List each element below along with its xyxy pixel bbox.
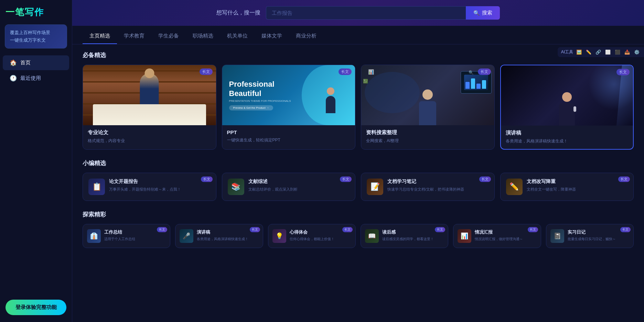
nav-tabs: 主页精选 学术教育 学生必备 职场精选 机关单位 媒体文学 商业分析 (72, 26, 644, 44)
reading-badge: 长文 (435, 227, 445, 232)
proposal-icon-emoji: 📋 (92, 182, 101, 191)
explore-card-speech[interactable]: 🎤 演讲稿 各类用途，风格演讲稿快速生成！ 长文 (175, 224, 263, 248)
open-book (93, 104, 206, 125)
proposal-icon: 📋 (88, 179, 105, 195)
tab-home-featured[interactable]: 主页精选 (83, 29, 117, 44)
small-card-literature[interactable]: 📚 文献综述 文献总结评价，观点深入剖析 长文 (222, 173, 356, 201)
explore-section-title: 探索精彩 (83, 211, 634, 218)
tab-workplace[interactable]: 职场精选 (186, 29, 220, 44)
ppt-card-body: PPT 一键快速生成，轻松搞定PPT (222, 125, 355, 148)
diary-icon-emoji: 📓 (554, 232, 561, 240)
sidebar-item-home[interactable]: 🏠 首页 (3, 55, 69, 70)
notes-icon: 📝 (367, 179, 383, 195)
tab-government[interactable]: 机关单位 (220, 29, 255, 44)
research-badge: 长文 (478, 68, 491, 75)
notes-desc: 快速学习总结专业文档/文献，把书读薄的神器 (387, 186, 489, 192)
literature-icon: 📚 (228, 179, 244, 195)
explore-card-diary[interactable]: 📓 实习日记 批量生成每日实习日记，贼快～ 长文 (546, 224, 634, 248)
reading-content: 读后感 读后感没灵感的同学，都看这里！ (382, 229, 444, 242)
feelings-icon: 💡 (272, 229, 286, 243)
ppt-title: ProfessionalBeautiful (229, 80, 275, 98)
sidebar-item-label-home: 首页 (20, 60, 31, 66)
ai-tool-image[interactable]: 🖼️ (575, 49, 583, 55)
featured-card-research[interactable]: 📊 💹 🔍 长文 资料搜索整理 全网搜索，AI整理 (361, 65, 495, 150)
speech-explore-title: 演讲稿 (197, 229, 258, 235)
search-input-wrapper: 🔍 搜索 (266, 6, 500, 20)
featured-card-speech[interactable]: 长文 演讲稿 各类用途，风格演讲稿快速生成！ (500, 65, 634, 150)
notes-content: 文档学习笔记 快速学习总结专业文档/文献，把书读薄的神器 (387, 179, 489, 192)
ai-tools-label: AI工具 (561, 49, 573, 55)
research-card-desc: 全网搜索，AI整理 (366, 138, 490, 144)
speech-image (501, 65, 633, 126)
feelings-icon-emoji: 💡 (276, 232, 283, 240)
tab-student[interactable]: 学生必备 (151, 29, 186, 44)
featured-grid: 长文 专业论文 格式规范，内容专业 ProfessionalBeautiful … (83, 65, 634, 150)
sidebar: 一笔写作 覆盖上百种写作场景 一键生成万字长文 🏠 首页 🕐 最近使用 登录体验… (0, 0, 72, 322)
ai-tool-edit[interactable]: ✏️ (585, 49, 592, 55)
rewrite-icon: ✏️ (506, 179, 523, 195)
person-figure (140, 73, 159, 104)
ppt-card-desc: 一键快速生成，轻松搞定PPT (227, 137, 351, 143)
person-head (144, 68, 154, 78)
thesis-card-title: 专业论文 (88, 129, 211, 136)
search-input[interactable] (266, 6, 466, 20)
clock-icon: 🕐 (10, 75, 17, 82)
proposal-badge: 长文 (201, 176, 213, 182)
reading-icon-emoji: 📖 (368, 232, 376, 240)
tab-academic[interactable]: 学术教育 (117, 29, 151, 44)
featured-card-thesis[interactable]: 长文 专业论文 格式规范，内容专业 (83, 65, 216, 150)
diary-title: 实习日记 (568, 229, 629, 235)
notes-icon-emoji: 📝 (371, 182, 380, 191)
speech-card-body: 演讲稿 各类用途，风格演讲稿快速生成！ (501, 126, 633, 149)
logo-area: 一笔写作 (0, 0, 72, 22)
proposal-title: 论文开题报告 (109, 179, 211, 185)
report-icon-emoji: 📊 (461, 232, 468, 240)
work-summary-content: 工作总结 适用于个人工作总结 (104, 229, 166, 242)
report-title: 情况汇报 (475, 229, 536, 235)
editor-pick-grid: 📋 论文开题报告 万事开头难，开题报告特别难～来，点我！ 长文 📚 文献综述 文… (83, 173, 634, 201)
rewrite-title: 文档改写降重 (527, 179, 628, 185)
bg-circle (365, 72, 420, 113)
notes-badge: 长文 (479, 176, 491, 182)
notes-title: 文档学习笔记 (387, 179, 489, 185)
search-prompt: 想写什么，搜一搜 (216, 9, 260, 17)
speech-card-title: 演讲稿 (506, 130, 629, 136)
small-card-proposal[interactable]: 📋 论文开题报告 万事开头难，开题报告特别难～来，点我！ 长文 (83, 173, 216, 201)
ai-tool-crop[interactable]: ⬜ (604, 49, 612, 55)
research-card-body: 资料搜索整理 全网搜索，AI整理 (361, 125, 494, 149)
search-button[interactable]: 🔍 搜索 (466, 6, 500, 20)
ai-tool-resize[interactable]: ⬛ (614, 49, 621, 55)
speech-badge: 长文 (616, 69, 630, 75)
rewrite-badge: 长文 (618, 176, 630, 182)
report-content: 情况汇报 情况说明汇报，做好管理沟通～ (475, 229, 536, 242)
speaker-figure (559, 92, 575, 126)
explore-card-feelings[interactable]: 💡 心得体会 任何心得体会，都能上价值！ 长文 (268, 224, 356, 248)
speech-explore-icon: 🎤 (180, 229, 193, 243)
literature-badge: 长文 (340, 176, 352, 182)
slogan1: 覆盖上百种写作场景 (10, 29, 62, 36)
small-card-rewrite[interactable]: ✏️ 文档改写降重 文档全文一键改写，降重神器 长文 (500, 173, 634, 201)
reading-desc: 读后感没灵感的同学，都看这里！ (382, 237, 444, 242)
ai-tool-settings[interactable]: ⚙️ (633, 49, 641, 55)
thesis-badge: 长文 (200, 68, 213, 75)
ai-tool-download[interactable]: 📥 (623, 49, 631, 55)
sidebar-item-recent[interactable]: 🕐 最近使用 (3, 71, 69, 86)
explore-card-reading[interactable]: 📖 读后感 读后感没灵感的同学，都看这里！ 长文 (361, 224, 448, 248)
diary-icon: 📓 (550, 229, 564, 243)
rewrite-desc: 文档全文一键改写，降重神器 (527, 186, 628, 192)
explore-card-report[interactable]: 📊 情况汇报 情况说明汇报，做好管理沟通～ 长文 (453, 224, 541, 248)
featured-card-ppt[interactable]: ProfessionalBeautiful PRESENTATION THEME… (222, 65, 356, 150)
diary-content: 实习日记 批量生成每日实习日记，贼快～ (568, 229, 629, 242)
literature-desc: 文献总结评价，观点深入剖析 (248, 186, 350, 192)
tab-media[interactable]: 媒体文学 (255, 29, 289, 44)
small-card-notes[interactable]: 📝 文档学习笔记 快速学习总结专业文档/文献，把书读薄的神器 长文 (361, 173, 495, 201)
login-button[interactable]: 登录体验完整功能 (6, 300, 66, 315)
literature-content: 文献综述 文献总结评价，观点深入剖析 (248, 179, 350, 192)
ai-tool-link[interactable]: 🔗 (594, 49, 602, 55)
float-icon-1: 📊 (368, 69, 374, 75)
speech-explore-desc: 各类用途，风格演讲稿快速生成！ (197, 237, 258, 242)
diary-desc: 批量生成每日实习日记，贼快～ (568, 237, 629, 242)
explore-card-work-summary[interactable]: 👔 工作总结 适用于个人工作总结 长文 (83, 224, 170, 248)
tab-business[interactable]: 商业分析 (289, 29, 323, 44)
feelings-badge: 长文 (342, 227, 353, 232)
